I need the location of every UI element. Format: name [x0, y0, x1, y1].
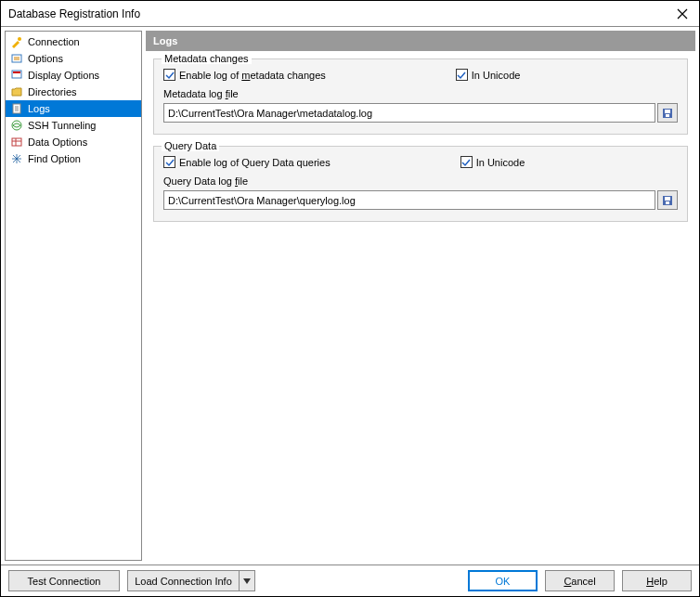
- check-icon: [457, 71, 466, 80]
- query-save-button[interactable]: [657, 190, 678, 210]
- svg-rect-15: [665, 110, 670, 113]
- svg-rect-1: [12, 55, 21, 62]
- ok-button[interactable]: OK: [468, 570, 538, 591]
- load-connection-button[interactable]: Load Connection Info: [127, 570, 239, 591]
- metadata-log-file-input[interactable]: [163, 103, 655, 123]
- check-icon: [461, 158, 471, 167]
- content-title: Logs: [146, 31, 695, 51]
- logs-icon: [9, 101, 24, 116]
- groupbox-query: Query Data Enable log of Query Data quer…: [153, 146, 688, 222]
- content-body: Metadata changes Enable log of metadata …: [146, 51, 695, 561]
- sidebar-item-options[interactable]: Options: [6, 50, 141, 67]
- groupbox-title: Query Data: [162, 140, 219, 151]
- titlebar: Database Registration Info: [1, 1, 699, 27]
- query-file-label: Query Data log file: [163, 175, 678, 187]
- input-row: [163, 103, 678, 123]
- sidebar-item-display-options[interactable]: Display Options: [6, 67, 141, 84]
- sidebar-item-label: Directories: [28, 86, 77, 97]
- sidebar-item-label: Options: [28, 53, 63, 64]
- checkbox-box: [163, 69, 175, 81]
- metadata-unicode-checkbox[interactable]: In Unicode: [456, 69, 521, 81]
- save-icon: [661, 107, 674, 120]
- directories-icon: [9, 84, 24, 99]
- checkbox-row: Enable log of Query Data queries In Unic…: [163, 156, 678, 168]
- checkbox-box: [163, 156, 175, 168]
- close-button[interactable]: [673, 5, 692, 23]
- svg-rect-16: [666, 114, 669, 117]
- input-row: [163, 190, 678, 210]
- sidebar-item-label: Connection: [28, 36, 80, 47]
- groupbox-title: Metadata changes: [162, 53, 252, 64]
- sidebar-item-label: Display Options: [28, 70, 99, 81]
- footer: Test Connection Load Connection Info OK …: [1, 565, 699, 596]
- sidebar-item-logs[interactable]: Logs: [6, 100, 141, 117]
- checkbox-label: In Unicode: [476, 157, 525, 168]
- sidebar-item-find-option[interactable]: Find Option: [6, 150, 141, 167]
- connection-icon: [9, 34, 24, 49]
- save-icon: [661, 194, 674, 207]
- dialog-body: Connection Options Display Options Direc…: [1, 27, 699, 565]
- sidebar-item-ssh-tunneling[interactable]: SSH Tunneling: [6, 117, 141, 134]
- options-icon: [9, 51, 24, 66]
- query-unicode-checkbox[interactable]: In Unicode: [460, 156, 525, 168]
- check-icon: [165, 158, 175, 167]
- svg-rect-5: [13, 71, 20, 73]
- checkbox-label: In Unicode: [472, 70, 521, 81]
- find-icon: [9, 151, 24, 166]
- sidebar-item-directories[interactable]: Directories: [6, 84, 141, 100]
- test-connection-button[interactable]: Test Connection: [8, 570, 120, 591]
- display-icon: [9, 68, 24, 83]
- query-log-file-input[interactable]: [163, 190, 655, 210]
- window-title: Database Registration Info: [8, 7, 140, 20]
- dialog-window: Database Registration Info Connection Op…: [0, 0, 700, 597]
- content-panel: Logs Metadata changes Enable log of meta…: [146, 31, 695, 561]
- ssh-icon: [9, 118, 24, 133]
- svg-rect-11: [12, 138, 21, 146]
- check-icon: [165, 71, 175, 80]
- svg-rect-19: [666, 201, 669, 204]
- sidebar-item-label: SSH Tunneling: [28, 120, 96, 131]
- groupbox-metadata: Metadata changes Enable log of metadata …: [153, 58, 688, 135]
- enable-metadata-log-checkbox[interactable]: Enable log of metadata changes: [163, 69, 326, 81]
- close-icon: [677, 8, 688, 19]
- checkbox-box: [456, 69, 468, 81]
- sidebar-item-data-options[interactable]: Data Options: [6, 134, 141, 150]
- help-button[interactable]: Help: [622, 570, 692, 591]
- checkbox-label: Enable log of Query Data queries: [179, 157, 331, 168]
- svg-rect-18: [665, 197, 670, 201]
- sidebar-item-label: Find Option: [28, 153, 81, 164]
- data-icon: [9, 135, 24, 149]
- checkbox-label: Enable log of metadata changes: [179, 70, 326, 81]
- cancel-button[interactable]: Cancel: [545, 570, 615, 591]
- load-connection-split-button: Load Connection Info: [127, 570, 255, 591]
- sidebar: Connection Options Display Options Direc…: [5, 31, 142, 561]
- checkbox-box: [460, 156, 473, 168]
- sidebar-item-connection[interactable]: Connection: [6, 33, 141, 50]
- svg-point-0: [18, 37, 21, 41]
- metadata-save-button[interactable]: [657, 103, 678, 123]
- enable-query-log-checkbox[interactable]: Enable log of Query Data queries: [163, 156, 331, 168]
- chevron-down-icon: [243, 578, 251, 584]
- sidebar-item-label: Data Options: [28, 136, 87, 148]
- metadata-file-label: Metadata log file: [163, 88, 678, 99]
- sidebar-item-label: Logs: [28, 103, 50, 114]
- checkbox-row: Enable log of metadata changes In Unicod…: [163, 69, 678, 81]
- load-connection-dropdown[interactable]: [239, 570, 255, 591]
